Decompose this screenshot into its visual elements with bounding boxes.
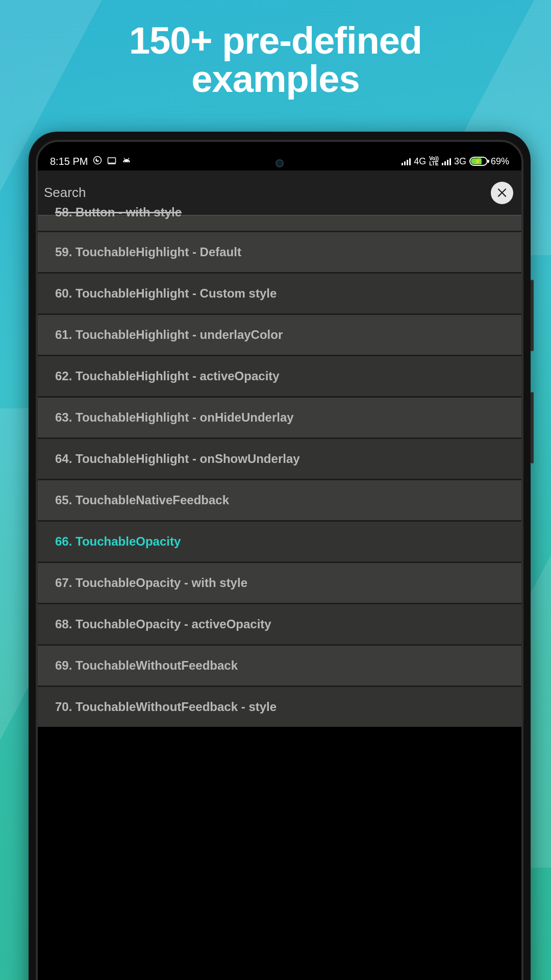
list-item[interactable]: 61. TouchableHighlight - underlayColor [38, 315, 521, 355]
list-item[interactable]: 62. TouchableHighlight - activeOpacity [38, 356, 521, 396]
headline-line-1: 150+ pre-defined [129, 19, 422, 62]
svg-point-4 [128, 161, 129, 162]
list-item-label: 65. TouchableNativeFeedback [55, 493, 229, 507]
phone-frame: 8:15 PM 4G Vo)) LTE 3G ⚡ 69% [29, 132, 531, 980]
cast-icon [107, 156, 116, 167]
battery-percent: 69% [491, 156, 509, 167]
list-item-label: 70. TouchableWithoutFeedback - style [55, 700, 277, 714]
list-item-label: 66. TouchableOpacity [55, 534, 181, 549]
battery-icon: ⚡ [469, 157, 488, 166]
list-item-label: 63. TouchableHighlight - onHideUnderlay [55, 410, 294, 425]
signal-bars-icon [402, 157, 411, 165]
signal-bars-icon [442, 157, 451, 165]
whatsapp-icon [93, 156, 102, 167]
headline-line-2: examples [191, 58, 359, 100]
list-item-label: 62. TouchableHighlight - activeOpacity [55, 369, 280, 383]
search-input[interactable] [38, 185, 491, 201]
phone-side-button [531, 280, 534, 351]
list-item[interactable]: 66. TouchableOpacity [38, 522, 521, 561]
list-item-label: 60. TouchableHighlight - Custom style [55, 286, 277, 301]
list-item-label: 61. TouchableHighlight - underlayColor [55, 328, 283, 342]
close-icon [495, 185, 509, 201]
list-item[interactable]: 63. TouchableHighlight - onHideUnderlay [38, 398, 521, 437]
svg-line-6 [129, 158, 130, 159]
list-item[interactable]: 59. TouchableHighlight - Default [38, 232, 521, 272]
network-label-1: 4G [414, 156, 426, 167]
network-label-2: 3G [454, 156, 466, 167]
list-item[interactable]: 58. Button - with style [38, 215, 521, 231]
list-item[interactable]: 68. TouchableOpacity - activeOpacity [38, 604, 521, 644]
svg-rect-1 [108, 158, 116, 163]
marketing-headline: 150+ pre-defined examples [0, 21, 551, 99]
list-item-label: 58. Button - with style [55, 205, 182, 219]
close-button[interactable] [491, 182, 513, 204]
examples-list[interactable]: 58. Button - with style59. TouchableHigh… [38, 215, 521, 727]
list-item-label: 64. TouchableHighlight - onShowUnderlay [55, 452, 300, 466]
list-item-label: 67. TouchableOpacity - with style [55, 576, 247, 590]
status-time: 8:15 PM [50, 156, 88, 167]
svg-point-3 [124, 161, 126, 162]
list-item[interactable]: 67. TouchableOpacity - with style [38, 563, 521, 603]
phone-camera [276, 159, 284, 167]
phone-notch [218, 142, 341, 157]
android-icon [121, 156, 132, 167]
list-item[interactable]: 60. TouchableHighlight - Custom style [38, 274, 521, 313]
list-item[interactable]: 69. TouchableWithoutFeedback [38, 646, 521, 685]
list-item[interactable]: 64. TouchableHighlight - onShowUnderlay [38, 439, 521, 479]
list-item-label: 59. TouchableHighlight - Default [55, 245, 241, 259]
svg-point-0 [94, 156, 102, 164]
phone-side-button [531, 392, 534, 463]
list-item-label: 68. TouchableOpacity - activeOpacity [55, 617, 271, 631]
volte-label: Vo)) LTE [429, 156, 439, 166]
list-item[interactable]: 65. TouchableNativeFeedback [38, 480, 521, 520]
svg-line-5 [124, 158, 125, 159]
list-item[interactable]: 70. TouchableWithoutFeedback - style [38, 687, 521, 727]
list-item-label: 69. TouchableWithoutFeedback [55, 658, 238, 673]
